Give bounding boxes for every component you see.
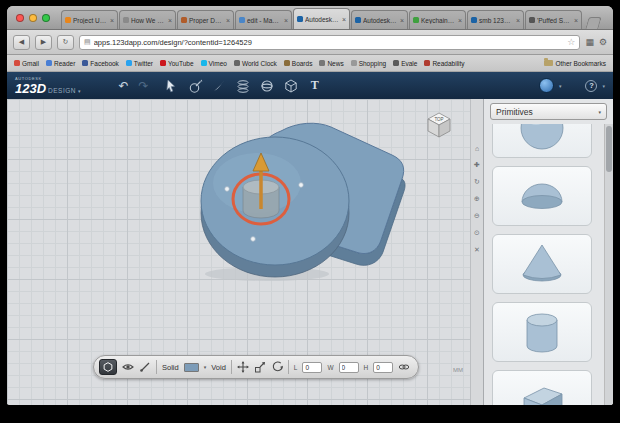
link-dimensions-icon[interactable] xyxy=(398,361,410,373)
account-chevron-icon[interactable]: ▾ xyxy=(559,83,562,89)
app-logo[interactable]: AUTODESK 123D DESIGN ▾ xyxy=(15,77,81,95)
height-input[interactable] xyxy=(373,362,393,373)
bookmark-item[interactable]: Reader xyxy=(46,60,75,67)
tab[interactable]: 'Puffed Shou...× xyxy=(525,10,582,29)
undo-button[interactable]: ↶ xyxy=(119,79,129,93)
extensions-icon[interactable]: ▦ xyxy=(585,37,594,47)
bookmark-item[interactable]: Vimeo xyxy=(201,60,227,67)
address-bar[interactable]: ▤ apps.123dapp.com/design/?contentid=126… xyxy=(79,35,580,50)
tab[interactable]: edit - Makin...× xyxy=(235,10,292,29)
sketch-tool-icon[interactable] xyxy=(187,78,203,94)
visibility-eye-icon[interactable] xyxy=(122,361,134,373)
zoom-window-button[interactable] xyxy=(42,14,50,22)
close-strip-icon[interactable]: ✕ xyxy=(474,246,480,254)
titlebar[interactable]: Project Upd...× How We To...× Proper Des… xyxy=(7,6,613,30)
primitive-wedge[interactable] xyxy=(492,370,592,405)
units-label: MM xyxy=(453,367,463,373)
panel-category-dropdown[interactable]: Primitives ▾ xyxy=(490,103,607,120)
primitives-panel: Primitives ▾ xyxy=(483,99,613,405)
bookmark-item[interactable]: Gmail xyxy=(14,60,39,67)
bookmark-item[interactable]: YouTube xyxy=(160,60,194,67)
workspace: TOP MM Solid ▾ Void xyxy=(7,99,613,405)
zoom-in-icon[interactable]: ⊕ xyxy=(474,195,480,203)
bookmark-favicon xyxy=(126,60,132,66)
tab-close-icon[interactable]: × xyxy=(110,17,114,24)
grid-settings-button[interactable] xyxy=(99,359,117,375)
settings-icon[interactable]: ⚙ xyxy=(599,37,607,47)
home-view-icon[interactable]: ⌂ xyxy=(475,145,479,152)
tab[interactable]: How We To...× xyxy=(119,10,176,29)
scrollbar-thumb[interactable] xyxy=(606,126,612,172)
help-button[interactable]: ? xyxy=(585,80,597,92)
browser-window: Project Upd...× How We To...× Proper Des… xyxy=(7,6,613,405)
bookmark-item[interactable]: Shopping xyxy=(351,60,386,67)
bookmark-label: Gmail xyxy=(22,60,39,67)
material-solid-label[interactable]: Solid xyxy=(162,363,179,372)
bookmark-star-icon[interactable]: ☆ xyxy=(567,37,575,47)
modeling-canvas[interactable]: TOP MM Solid ▾ Void xyxy=(7,99,470,405)
pan-icon[interactable]: ✚ xyxy=(474,161,480,169)
tab[interactable]: Proper Desi...× xyxy=(177,10,234,29)
rotate-tool-icon[interactable] xyxy=(271,361,283,373)
bookmark-item[interactable]: Readability xyxy=(424,60,464,67)
sketch-line-icon[interactable] xyxy=(139,361,151,373)
pattern-tool-icon[interactable] xyxy=(259,78,275,94)
tab[interactable]: Autodesk 12...× xyxy=(351,10,408,29)
user-avatar[interactable] xyxy=(539,78,554,93)
material-void-label[interactable]: Void xyxy=(211,363,226,372)
zoom-out-icon[interactable]: ⊖ xyxy=(474,212,480,220)
view-cube[interactable]: TOP xyxy=(422,107,456,141)
primitive-hemisphere[interactable] xyxy=(492,166,592,226)
bookmark-item[interactable]: Facebook xyxy=(82,60,119,67)
bookmark-item[interactable]: News xyxy=(319,60,343,67)
bookmark-item[interactable]: Boards xyxy=(284,60,313,67)
forward-button[interactable]: ▶ xyxy=(35,35,52,50)
reload-button[interactable]: ↻ xyxy=(57,35,74,50)
url-text[interactable]: apps.123dapp.com/design/?contentid=12645… xyxy=(94,38,565,47)
construct-tool-icon[interactable] xyxy=(235,78,251,94)
tab-close-icon[interactable]: × xyxy=(226,17,230,24)
tab[interactable]: smb 123D C...× xyxy=(467,10,524,29)
minimize-window-button[interactable] xyxy=(29,14,37,22)
bookmark-item[interactable]: Twitter xyxy=(126,60,153,67)
select-cursor-icon[interactable] xyxy=(163,78,179,94)
tab-close-icon[interactable]: × xyxy=(342,16,346,23)
divider xyxy=(156,360,157,374)
tab-title: Project Upd... xyxy=(73,17,108,24)
move-tool-icon[interactable] xyxy=(237,361,249,373)
panel-scrollbar[interactable] xyxy=(604,124,613,405)
close-window-button[interactable] xyxy=(16,14,24,22)
bookmark-label: Evale xyxy=(401,60,417,67)
redo-button[interactable]: ↷ xyxy=(139,79,149,93)
width-input[interactable] xyxy=(339,362,359,373)
tab-close-icon[interactable]: × xyxy=(516,17,520,24)
help-chevron-icon[interactable]: ▾ xyxy=(602,83,605,89)
orbit-icon[interactable]: ↻ xyxy=(474,178,480,186)
tab-close-icon[interactable]: × xyxy=(574,17,578,24)
length-input[interactable] xyxy=(302,362,322,373)
back-button[interactable]: ◀ xyxy=(13,35,30,50)
material-chevron-icon[interactable]: ▾ xyxy=(204,364,207,370)
bookmark-item[interactable]: Evale xyxy=(393,60,417,67)
tab[interactable]: Keychain ta...× xyxy=(409,10,466,29)
tab-close-icon[interactable]: × xyxy=(458,17,462,24)
primitive-cylinder[interactable] xyxy=(492,302,592,362)
text-tool-button[interactable]: T xyxy=(307,78,323,94)
primitive-cone[interactable] xyxy=(492,234,592,294)
tab[interactable]: Project Upd...× xyxy=(61,10,118,29)
tab-close-icon[interactable]: × xyxy=(400,17,404,24)
bookmark-favicon xyxy=(393,60,399,66)
tab-close-icon[interactable]: × xyxy=(168,17,172,24)
other-bookmarks-button[interactable]: Other Bookmarks xyxy=(544,60,606,67)
tab-active[interactable]: Autodesk 12...× xyxy=(293,8,350,29)
brush-tool-icon[interactable] xyxy=(211,78,227,94)
combine-tool-icon[interactable] xyxy=(283,78,299,94)
scale-tool-icon[interactable] xyxy=(254,361,266,373)
bookmark-item[interactable]: World Clock xyxy=(234,60,277,67)
fit-view-icon[interactable]: ⊙ xyxy=(474,229,480,237)
new-tab-button[interactable] xyxy=(585,17,601,29)
tab-close-icon[interactable]: × xyxy=(284,17,288,24)
material-color-swatch[interactable] xyxy=(184,363,199,372)
3d-model[interactable] xyxy=(197,111,409,286)
primitive-sphere[interactable] xyxy=(492,124,592,158)
